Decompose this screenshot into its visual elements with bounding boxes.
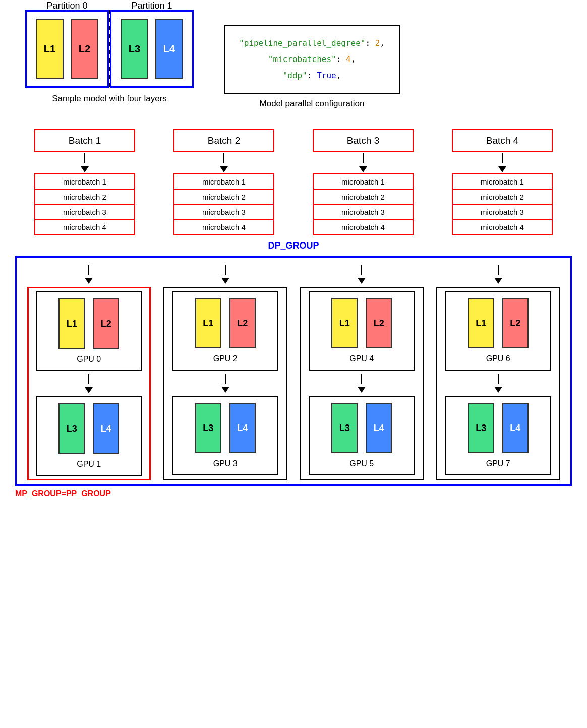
layer-L2: L2	[71, 19, 98, 79]
gpu-0-layers: L1 L2	[58, 298, 119, 349]
microbatch-3-4: microbatch 4	[314, 220, 413, 234]
partitions-box: Partition 0 L1 L2 Partition 1 L3 L4	[25, 10, 194, 88]
arrows-to-gpu-row1	[21, 264, 566, 285]
gpu-box-3: L3 L4 GPU 3	[172, 396, 278, 475]
gpu-7-L4: L4	[502, 403, 529, 453]
gpu-2-label: GPU 2	[213, 354, 238, 363]
microbatch-group-4: microbatch 1 microbatch 2 microbatch 3 m…	[452, 173, 553, 235]
config-val1: 2	[375, 38, 380, 48]
microbatch-group-2: microbatch 1 microbatch 2 microbatch 3 m…	[173, 173, 274, 235]
config-key2: "microbatches"	[268, 54, 336, 64]
batches-section: Batch 1 microbatch 1 microbatch 2 microb…	[10, 129, 577, 235]
blue-outer-box: L1 L2 GPU 0 L3 L4	[15, 256, 572, 486]
gpu-7-layers: L3 L4	[468, 403, 529, 453]
arrow-col-0	[27, 264, 151, 285]
mp-group-column-0: L1 L2 GPU 0 L3 L4	[27, 287, 151, 480]
microbatch-2-3: microbatch 3	[174, 205, 273, 220]
gpu-4-L2: L2	[366, 298, 392, 348]
microbatch-4-1: microbatch 1	[453, 174, 552, 190]
microbatch-3-1: microbatch 1	[314, 174, 413, 190]
gpu-0-L1: L1	[58, 298, 85, 349]
arrow-3	[359, 153, 367, 172]
gpu-2-layers: L1 L2	[195, 298, 256, 348]
gpu-3-layers: L3 L4	[195, 403, 256, 453]
microbatch-1-3: microbatch 3	[35, 205, 134, 220]
gpu-1-L3: L3	[58, 403, 85, 454]
microbatch-group-1: microbatch 1 microbatch 2 microbatch 3 m…	[34, 173, 135, 235]
layer-L1: L1	[36, 19, 64, 79]
microbatch-3-3: microbatch 3	[314, 205, 413, 220]
gpu-5-label: GPU 5	[349, 459, 374, 468]
sample-model-label: Sample model with four layers	[52, 94, 167, 104]
microbatch-4-3: microbatch 3	[453, 205, 552, 220]
gpu-0-label: GPU 0	[77, 355, 101, 364]
layer-L4: L4	[155, 19, 183, 79]
config-line1: "pipeline_parallel_degree": 2,	[239, 35, 385, 51]
gpu-columns-container: L1 L2 GPU 0 L3 L4	[21, 287, 566, 480]
batch-column-3: Batch 3 microbatch 1 microbatch 2 microb…	[302, 129, 425, 235]
partitions-area: Partition 0 L1 L2 Partition 1 L3 L4 Samp…	[25, 10, 194, 104]
microbatch-group-3: microbatch 1 microbatch 2 microbatch 3 m…	[313, 173, 414, 235]
partition-0-label: Partition 0	[46, 1, 87, 11]
batch-column-1: Batch 1 microbatch 1 microbatch 2 microb…	[23, 129, 147, 235]
gpu-box-2: L1 L2 GPU 2	[172, 291, 278, 371]
gpu-1-layers: L3 L4	[58, 403, 119, 454]
gpu-5-layers: L3 L4	[331, 403, 392, 453]
arrow-gpu2-to-3	[221, 374, 229, 393]
gpu-4-layers: L1 L2	[331, 298, 392, 348]
batch-box-3: Batch 3	[313, 129, 414, 152]
arrow-col-2	[300, 264, 424, 285]
batch-box-2: Batch 2	[173, 129, 274, 152]
gpu-3-label: GPU 3	[213, 459, 238, 468]
gpu-box-1: L3 L4 GPU 1	[36, 396, 142, 476]
gpu-6-L1: L1	[468, 298, 494, 348]
config-label: Model parallel configuration	[260, 99, 365, 109]
gpu-2-L1: L1	[195, 298, 221, 348]
microbatch-1-4: microbatch 4	[35, 220, 134, 234]
gpu-box-5: L3 L4 GPU 5	[309, 396, 415, 475]
config-line3: "ddp": True,	[239, 68, 385, 84]
microbatch-2-4: microbatch 4	[174, 220, 273, 234]
gpu-box-4: L1 L2 GPU 4	[309, 291, 415, 371]
arrow-2	[220, 153, 228, 172]
microbatch-2-2: microbatch 2	[174, 190, 273, 205]
gpu-1-label: GPU 1	[77, 460, 101, 469]
partition-0: Partition 0 L1 L2	[25, 10, 109, 88]
batch-column-2: Batch 2 microbatch 1 microbatch 2 microb…	[162, 129, 286, 235]
microbatch-2-1: microbatch 1	[174, 174, 273, 190]
gpu-4-label: GPU 4	[349, 354, 374, 363]
config-val3: True	[317, 71, 336, 80]
gpu-box-6: L1 L2 GPU 6	[445, 291, 551, 371]
top-section: Partition 0 L1 L2 Partition 1 L3 L4 Samp…	[10, 10, 577, 109]
gpu-column-3: L1 L2 GPU 6 L3 L4	[436, 287, 560, 480]
gpu-column-2: L1 L2 GPU 4 L3 L4	[300, 287, 424, 480]
config-val2: 4	[346, 54, 351, 64]
partition-1-label: Partition 1	[131, 1, 172, 11]
config-area: "pipeline_parallel_degree": 2, "microbat…	[224, 25, 400, 109]
dp-group-area: DP_GROUP	[10, 240, 577, 251]
arrow-gpu4-to-5	[358, 374, 366, 393]
gpu-section-wrapper: L1 L2 GPU 0 L3 L4	[10, 256, 577, 498]
microbatch-3-2: microbatch 2	[314, 190, 413, 205]
gpu-5-L4: L4	[366, 403, 392, 453]
gpu-7-L3: L3	[468, 403, 494, 453]
config-key3: "ddp"	[283, 71, 307, 80]
arrow-col-3	[436, 264, 560, 285]
gpu-3-L3: L3	[195, 403, 221, 453]
gpu-6-L2: L2	[502, 298, 529, 348]
config-box: "pipeline_parallel_degree": 2, "microbat…	[224, 25, 400, 94]
gpu-box-0: L1 L2 GPU 0	[36, 291, 142, 371]
main-container: Partition 0 L1 L2 Partition 1 L3 L4 Samp…	[0, 0, 587, 508]
arrow-1	[81, 153, 89, 172]
arrow-gpu0-to-1	[85, 374, 93, 393]
arrow-4	[498, 153, 506, 172]
batch-box-4: Batch 4	[452, 129, 553, 152]
batch-column-4: Batch 4 microbatch 1 microbatch 2 microb…	[441, 129, 564, 235]
gpu-7-label: GPU 7	[486, 459, 510, 468]
gpu-4-L1: L1	[331, 298, 358, 348]
gpu-1-L4: L4	[93, 403, 119, 454]
gpu-6-layers: L1 L2	[468, 298, 529, 348]
arrow-gpu6-to-7	[494, 374, 502, 393]
microbatch-1-2: microbatch 2	[35, 190, 134, 205]
gpu-0-L2: L2	[93, 298, 119, 349]
